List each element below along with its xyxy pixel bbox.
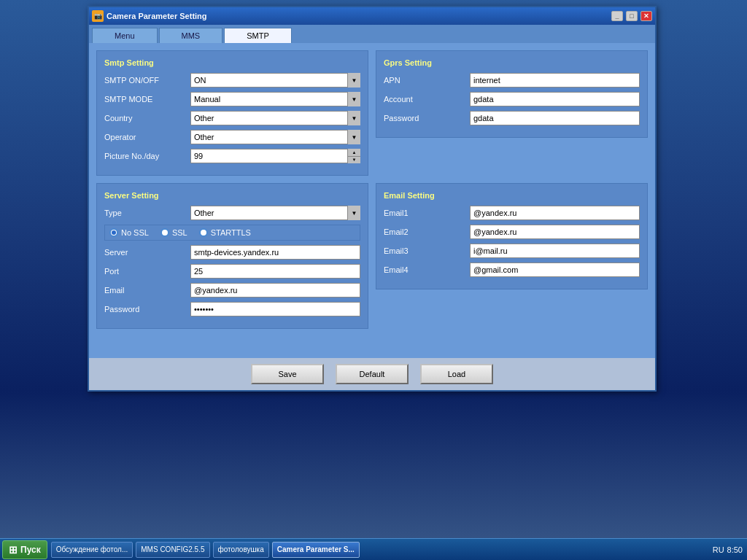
taskbar-time: 8:50 [727, 545, 743, 554]
type-label: Type [104, 209, 185, 217]
email2-input[interactable]: @yandex.ru [470, 225, 640, 239]
country-row: Country Other ▼ [104, 111, 360, 125]
email-section-title: Email Setting [384, 191, 640, 200]
dialog-icon: 📷 [92, 10, 104, 22]
smtp-setting-box: Smtp Setting SMTP ON/OFF ON OFF ▼ [96, 50, 368, 176]
pic-day-row: Picture No./day 99 ▲ ▼ [104, 149, 360, 163]
operator-select[interactable]: Other [190, 130, 360, 144]
server-row: Server smtp-devices.yandex.ru [104, 245, 360, 260]
taskbar-item-3-label: Camera Parameter S... [277, 545, 355, 553]
smtp-onoff-select[interactable]: ON OFF [190, 73, 360, 88]
email-label: Email [104, 286, 185, 295]
account-input[interactable]: gdata [470, 92, 640, 106]
radio-starttls[interactable]: STARTTLS [199, 228, 251, 237]
server-password-label: Password [104, 305, 185, 314]
email1-row: Email1 @yandex.ru [384, 206, 640, 220]
smtp-onoff-label: SMTP ON/OFF [104, 76, 185, 85]
server-label: Server [104, 248, 185, 257]
bottom-section: Server Setting Type Other ▼ [96, 183, 648, 336]
port-row: Port 25 [104, 264, 360, 279]
smtp-section-title: Smtp Setting [104, 58, 360, 67]
gprs-setting-col: Gprs Setting APN internet Account gdata … [376, 50, 648, 183]
type-row: Type Other ▼ [104, 206, 360, 220]
apn-label: APN [384, 76, 464, 85]
server-section-title: Server Setting [104, 191, 360, 200]
account-row: Account gdata [384, 92, 640, 106]
taskbar: ⊞ Пуск Обсуждение фотол... MMS CONFIG2.5… [0, 538, 747, 560]
maximize-button[interactable]: □ [626, 11, 638, 21]
pic-day-up[interactable]: ▲ [348, 149, 360, 157]
ssl-radio-group: No SSL SSL STARTTLS [104, 225, 360, 241]
smtp-onoff-select-wrapper: ON OFF ▼ [190, 73, 360, 88]
server-input[interactable]: smtp-devices.yandex.ru [190, 245, 360, 260]
desktop: 📷 Camera Parameter Setting _ □ ✕ Menu MM… [0, 0, 747, 560]
port-input[interactable]: 25 [190, 264, 360, 279]
email3-row: Email3 i@mail.ru [384, 244, 640, 258]
operator-row: Operator Other ▼ [104, 130, 360, 144]
radio-no-ssl[interactable]: No SSL [109, 228, 149, 237]
email2-label: Email2 [384, 228, 464, 236]
email3-label: Email3 [384, 246, 464, 255]
minimize-button[interactable]: _ [611, 11, 623, 21]
start-label: Пуск [20, 545, 41, 555]
radio-ssl[interactable]: SSL [160, 228, 187, 237]
save-button[interactable]: Save [251, 364, 324, 384]
email4-input[interactable]: @gmail.com [470, 262, 640, 277]
email2-row: Email2 @yandex.ru [384, 225, 640, 239]
close-button[interactable]: ✕ [640, 11, 652, 21]
country-select-wrapper: Other ▼ [190, 111, 360, 125]
account-label: Account [384, 95, 464, 104]
smtp-mode-select[interactable]: Manual [190, 92, 360, 106]
smtp-mode-row: SMTP MODE Manual ▼ [104, 92, 360, 106]
dialog-content: Smtp Setting SMTP ON/OFF ON OFF ▼ [89, 43, 655, 358]
radio-starttls-label: STARTTLS [211, 228, 251, 237]
taskbar-item-2[interactable]: фотоловушка [213, 542, 269, 558]
tab-menu[interactable]: Menu [92, 28, 158, 43]
pic-day-down[interactable]: ▼ [348, 157, 360, 164]
email3-input[interactable]: i@mail.ru [470, 244, 640, 258]
gprs-password-input[interactable]: gdata [470, 111, 640, 125]
taskbar-item-0[interactable]: Обсуждение фотол... [51, 542, 133, 558]
pic-day-spinner: ▲ ▼ [347, 149, 360, 163]
taskbar-item-3[interactable]: Camera Parameter S... [272, 542, 360, 558]
taskbar-item-1-label: MMS CONFIG2.5.5 [141, 545, 204, 553]
titlebar: 📷 Camera Parameter Setting _ □ ✕ [89, 7, 655, 25]
gprs-password-row: Password gdata [384, 111, 640, 125]
load-button[interactable]: Load [420, 364, 493, 384]
pic-day-spinner-wrapper: 99 ▲ ▼ [190, 149, 360, 163]
dialog-title: Camera Parameter Setting [107, 12, 608, 20]
type-select[interactable]: Other [190, 206, 360, 220]
dialog-footer: Save Default Load [89, 358, 655, 390]
pic-day-label: Picture No./day [104, 152, 185, 160]
taskbar-item-1[interactable]: MMS CONFIG2.5.5 [136, 542, 209, 558]
email1-input[interactable]: @yandex.ru [470, 206, 640, 220]
tab-smtp[interactable]: SMTP [224, 28, 292, 43]
spacer [96, 336, 648, 351]
smtp-mode-label: SMTP MODE [104, 95, 185, 104]
email1-label: Email1 [384, 209, 464, 217]
tab-mms[interactable]: MMS [159, 28, 223, 43]
email-row: Email @yandex.ru [104, 283, 360, 298]
pic-day-input[interactable]: 99 [190, 149, 360, 163]
email-input[interactable]: @yandex.ru [190, 283, 360, 298]
lang-indicator: RU [713, 545, 724, 554]
email4-row: Email4 @gmail.com [384, 262, 640, 277]
gprs-section-title: Gprs Setting [384, 58, 640, 67]
country-select[interactable]: Other [190, 111, 360, 125]
gprs-setting-box: Gprs Setting APN internet Account gdata … [376, 50, 648, 138]
apn-input[interactable]: internet [470, 73, 640, 88]
smtp-setting-col: Smtp Setting SMTP ON/OFF ON OFF ▼ [96, 50, 368, 183]
radio-ssl-circle [160, 228, 169, 237]
type-select-wrapper: Other ▼ [190, 206, 360, 220]
tab-bar: Menu MMS SMTP [89, 25, 655, 43]
server-setting-col: Server Setting Type Other ▼ [96, 183, 368, 336]
port-label: Port [104, 267, 185, 276]
country-label: Country [104, 114, 185, 122]
radio-no-ssl-label: No SSL [121, 228, 149, 237]
default-button[interactable]: Default [336, 364, 409, 384]
email4-label: Email4 [384, 265, 464, 274]
apn-row: APN internet [384, 73, 640, 88]
top-section: Smtp Setting SMTP ON/OFF ON OFF ▼ [96, 50, 648, 183]
server-password-input[interactable]: ******* [190, 302, 360, 316]
start-button[interactable]: ⊞ Пуск [2, 540, 47, 559]
